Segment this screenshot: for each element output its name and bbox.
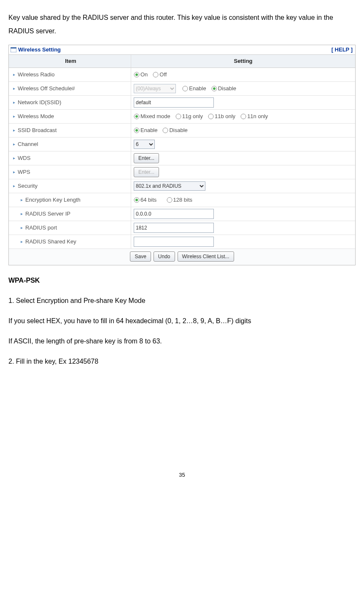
label-channel: Channel <box>18 140 38 148</box>
bullet-icon: ▸ <box>13 113 15 119</box>
save-button[interactable]: Save <box>130 251 151 262</box>
row-ssid: ▸Network ID(SSID) <box>9 96 355 110</box>
svg-point-10 <box>176 114 181 119</box>
radio-bcast-en-label: Enable <box>140 127 157 134</box>
row-radius-key: ▸RADIUS Shared Key <box>9 235 355 249</box>
label-wireless-radio: Wireless Radio <box>18 71 54 78</box>
row-security: ▸Security 802.1x and RADIUS <box>9 179 355 193</box>
bullet-icon: ▸ <box>13 72 15 78</box>
radio-broadcast-enable[interactable]: Enable <box>134 127 157 134</box>
wpa-ascii-note: If ASCII, the length of pre-share key is… <box>8 335 356 348</box>
svg-point-17 <box>135 199 138 201</box>
radio-mixed-label: Mixed mode <box>140 113 170 120</box>
svg-point-9 <box>135 115 138 118</box>
bullet-icon: ▸ <box>13 127 15 133</box>
label-radius-key: RADIUS Shared Key <box>25 238 76 246</box>
label-ssid: Network ID(SSID) <box>18 99 61 106</box>
label-wps: WPS <box>18 168 30 176</box>
row-channel: ▸Channel 6 <box>9 138 355 151</box>
radius-port-input[interactable] <box>134 223 214 233</box>
radio-disable-label: Disable <box>218 85 236 92</box>
page-number: 35 <box>8 470 356 481</box>
svg-rect-1 <box>11 47 16 49</box>
action-bar: Save Undo Wireless Client List... <box>9 249 355 265</box>
label-radius-ip: RADIUS Server IP <box>25 210 70 218</box>
radio-off[interactable]: Off <box>153 71 167 78</box>
svg-point-7 <box>213 87 216 90</box>
wpa-step1: 1. Select Encryption and Pre-share Key M… <box>8 294 356 308</box>
wds-enter-button[interactable]: Enter... <box>134 153 159 163</box>
client-list-button[interactable]: Wireless Client List... <box>178 251 234 262</box>
radio-enable-label: Enable <box>189 85 206 92</box>
radio-128bits[interactable]: 128 bits <box>167 196 193 204</box>
radio-11b[interactable]: 11b only <box>208 113 235 120</box>
bullet-icon: ▸ <box>13 169 15 175</box>
radio-64bits[interactable]: 64 bits <box>134 196 156 204</box>
radius-key-input[interactable] <box>134 237 214 247</box>
radio-bcast-dis-label: Disable <box>169 127 187 134</box>
wpa-heading: WPA-PSK <box>8 274 356 287</box>
radio-enable[interactable]: Enable <box>182 85 206 92</box>
label-off-schedule: Wireless Off Schedule# <box>18 85 75 92</box>
radio-on[interactable]: On <box>134 71 148 78</box>
label-broadcast: SSID Broadcast <box>18 127 57 134</box>
table-header: Item Setting <box>9 55 355 68</box>
svg-point-3 <box>135 73 138 76</box>
row-wireless-radio: ▸Wireless Radio On Off <box>9 68 355 82</box>
row-off-schedule: ▸Wireless Off Schedule# (00)Always Enabl… <box>9 82 355 96</box>
label-mode: Wireless Mode <box>18 113 54 120</box>
svg-point-12 <box>241 114 246 119</box>
row-wds: ▸WDS Enter... <box>9 151 355 165</box>
bullet-icon: ▸ <box>13 155 15 161</box>
wireless-setting-panel: Wireless Setting [ HELP ] Item Setting ▸… <box>8 45 356 265</box>
svg-point-14 <box>135 129 138 132</box>
svg-point-18 <box>167 197 172 203</box>
intro-text: Key value shared by the RADIUS server an… <box>8 11 356 38</box>
row-wps: ▸WPS Enter... <box>9 165 355 179</box>
bullet-icon: ▸ <box>21 211 23 217</box>
security-select[interactable]: 802.1x and RADIUS <box>134 181 205 191</box>
radio-128-label: 128 bits <box>173 196 193 204</box>
label-security: Security <box>18 182 38 190</box>
radio-64-label: 64 bits <box>140 196 156 204</box>
wps-enter-button[interactable]: Enter... <box>134 167 159 177</box>
header-item: Item <box>9 55 131 68</box>
radio-11n[interactable]: 11n only <box>240 113 268 120</box>
bullet-icon: ▸ <box>21 225 23 231</box>
panel-title-text: Wireless Setting <box>18 46 61 54</box>
undo-button[interactable]: Undo <box>154 251 175 262</box>
radio-11n-label: 11n only <box>247 113 268 120</box>
label-wds: WDS <box>18 154 30 162</box>
radio-broadcast-disable[interactable]: Disable <box>162 127 187 134</box>
row-broadcast: ▸SSID Broadcast Enable Disable <box>9 124 355 138</box>
row-radius-ip: ▸RADIUS Server IP <box>9 207 355 221</box>
svg-point-11 <box>208 114 213 119</box>
radio-mixed[interactable]: Mixed mode <box>134 113 170 120</box>
svg-point-15 <box>163 128 168 133</box>
wpa-step2: 2. Fill in the key, Ex 12345678 <box>8 355 356 368</box>
radio-on-label: On <box>140 71 148 78</box>
bullet-icon: ▸ <box>13 183 15 189</box>
bullet-icon: ▸ <box>21 197 23 203</box>
bullet-icon: ▸ <box>13 86 15 92</box>
radio-11g[interactable]: 11g only <box>175 113 203 120</box>
label-enc-length: Encryption Key Length <box>25 196 81 204</box>
svg-point-4 <box>153 72 158 77</box>
ssid-input[interactable] <box>134 97 214 108</box>
off-schedule-select[interactable]: (00)Always <box>134 84 176 93</box>
radio-off-label: Off <box>159 71 167 78</box>
row-mode: ▸Wireless Mode Mixed mode 11g only 11b o… <box>9 110 355 124</box>
panel-header: Wireless Setting [ HELP ] <box>9 45 355 55</box>
svg-point-5 <box>183 86 188 91</box>
bullet-icon: ▸ <box>13 100 15 105</box>
panel-title: Wireless Setting <box>11 46 61 54</box>
radio-11b-label: 11b only <box>215 113 235 120</box>
help-link[interactable]: [ HELP ] <box>332 46 353 54</box>
channel-select[interactable]: 6 <box>134 140 155 149</box>
bullet-icon: ▸ <box>21 239 23 245</box>
radius-ip-input[interactable] <box>134 209 214 219</box>
window-icon <box>11 47 16 52</box>
radio-disable[interactable]: Disable <box>211 85 236 92</box>
bullet-icon: ▸ <box>13 141 15 147</box>
label-radius-port: RADIUS port <box>25 224 57 232</box>
